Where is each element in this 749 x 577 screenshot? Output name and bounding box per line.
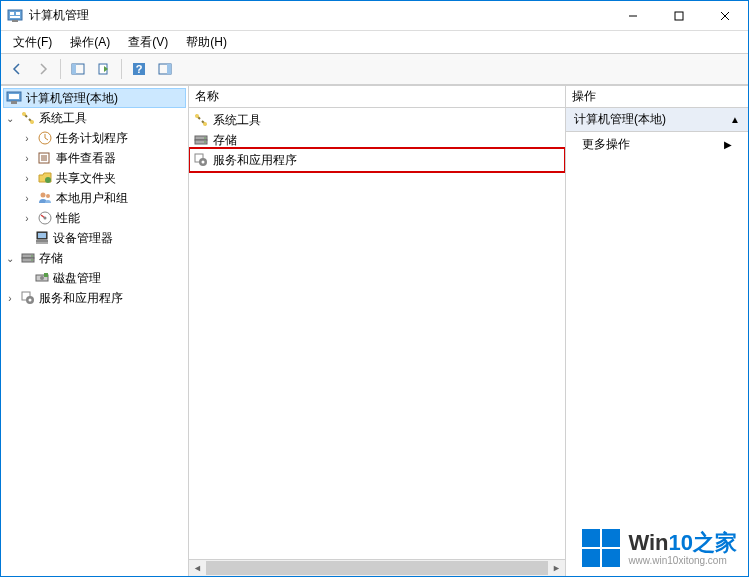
horizontal-scrollbar[interactable]: ◄ ► [189, 559, 565, 576]
tree-label: 磁盘管理 [53, 270, 101, 287]
tree-label: 服务和应用程序 [39, 290, 123, 307]
tree-local-users[interactable]: › 本地用户和组 [3, 188, 186, 208]
list-pane: 名称 系统工具 存储 服务和应用程序 ◄ ► [189, 86, 566, 576]
close-button[interactable] [702, 1, 748, 30]
svg-rect-1 [10, 12, 14, 15]
svg-rect-56 [582, 549, 600, 567]
collapse-icon: ▲ [730, 114, 740, 125]
watermark: Win10之家 www.win10xitong.com [580, 527, 737, 569]
svg-rect-55 [602, 529, 620, 547]
help-button[interactable]: ? [127, 57, 151, 81]
tree-disk-management[interactable]: 磁盘管理 [3, 268, 186, 288]
expand-icon[interactable]: › [20, 213, 34, 224]
back-button[interactable] [5, 57, 29, 81]
watermark-url: www.win10xitong.com [628, 555, 737, 567]
expand-icon[interactable]: › [20, 173, 34, 184]
list-item-system-tools[interactable]: 系统工具 [191, 110, 563, 130]
tools-icon [193, 112, 209, 128]
svg-rect-2 [16, 12, 20, 15]
minimize-button[interactable] [610, 1, 656, 30]
svg-text:?: ? [136, 63, 143, 75]
svg-point-44 [29, 299, 32, 302]
expand-icon[interactable]: › [20, 133, 34, 144]
svg-rect-15 [167, 64, 171, 74]
list-item-services-apps[interactable]: 服务和应用程序 [191, 150, 563, 170]
svg-rect-54 [582, 529, 600, 547]
menubar: 文件(F) 操作(A) 查看(V) 帮助(H) [1, 31, 748, 53]
windows-logo-icon [580, 527, 622, 569]
tree-label: 存储 [39, 250, 63, 267]
list-item-storage[interactable]: 存储 [191, 130, 563, 150]
menu-help[interactable]: 帮助(H) [178, 32, 235, 53]
svg-rect-34 [36, 242, 48, 244]
list-column-header[interactable]: 名称 [189, 86, 565, 108]
tree-task-scheduler[interactable]: › 任务计划程序 [3, 128, 186, 148]
toolbar-separator [121, 59, 122, 79]
maximize-button[interactable] [656, 1, 702, 30]
expand-icon[interactable]: › [20, 193, 34, 204]
services-icon [193, 152, 209, 168]
tree-performance[interactable]: › 性能 [3, 208, 186, 228]
tree-storage[interactable]: ⌄ 存储 [3, 248, 186, 268]
disk-icon [34, 270, 50, 286]
tree-label: 事件查看器 [56, 150, 116, 167]
svg-rect-4 [12, 20, 18, 22]
storage-icon [20, 250, 36, 266]
action-group-label: 计算机管理(本地) [574, 111, 666, 128]
shared-folder-icon [37, 170, 53, 186]
svg-point-40 [40, 276, 44, 280]
users-icon [37, 190, 53, 206]
action-group-header[interactable]: 计算机管理(本地) ▲ [566, 108, 748, 132]
collapse-icon[interactable]: ⌄ [3, 253, 17, 264]
tree-shared-folders[interactable]: › 共享文件夹 [3, 168, 186, 188]
menu-file[interactable]: 文件(F) [5, 32, 60, 53]
expand-icon[interactable]: › [20, 153, 34, 164]
tree-label: 设备管理器 [53, 230, 113, 247]
list-item-label: 系统工具 [213, 112, 261, 129]
device-icon [34, 230, 50, 246]
scroll-right-icon[interactable]: ► [548, 560, 565, 576]
menu-action[interactable]: 操作(A) [62, 32, 118, 53]
collapse-icon[interactable]: ⌄ [3, 113, 17, 124]
window-title: 计算机管理 [29, 7, 610, 24]
tree-pane: 计算机管理(本地) ⌄ 系统工具 › 任务计划程序 › 事件查看器 [1, 86, 189, 576]
export-button[interactable] [92, 57, 116, 81]
tree-root-label: 计算机管理(本地) [26, 90, 118, 107]
toolbar-separator [60, 59, 61, 79]
menu-view[interactable]: 查看(V) [120, 32, 176, 53]
performance-icon [37, 210, 53, 226]
column-name: 名称 [195, 88, 219, 105]
tree-root[interactable]: 计算机管理(本地) [3, 88, 186, 108]
scroll-thumb[interactable] [206, 561, 548, 575]
tree-services-apps[interactable]: › 服务和应用程序 [3, 288, 186, 308]
tree-system-tools[interactable]: ⌄ 系统工具 [3, 108, 186, 128]
tree-label: 共享文件夹 [56, 170, 116, 187]
svg-point-45 [195, 114, 199, 118]
scroll-left-icon[interactable]: ◄ [189, 560, 206, 576]
svg-point-50 [204, 141, 206, 143]
show-hide-action-pane-button[interactable] [153, 57, 177, 81]
list-item-label: 存储 [213, 132, 237, 149]
svg-point-19 [22, 112, 26, 116]
forward-button[interactable] [31, 57, 55, 81]
show-hide-tree-button[interactable] [66, 57, 90, 81]
svg-rect-17 [9, 94, 19, 99]
tree-event-viewer[interactable]: › 事件查看器 [3, 148, 186, 168]
svg-point-49 [204, 137, 206, 139]
tree-device-manager[interactable]: 设备管理器 [3, 228, 186, 248]
tree-label: 系统工具 [39, 110, 87, 127]
svg-point-38 [31, 259, 33, 261]
services-icon [20, 290, 36, 306]
app-icon [7, 8, 23, 24]
titlebar: 计算机管理 [1, 1, 748, 31]
svg-rect-32 [38, 233, 46, 238]
list-item-label: 服务和应用程序 [213, 152, 297, 169]
svg-rect-10 [72, 64, 76, 74]
svg-rect-41 [44, 273, 48, 277]
svg-point-20 [30, 120, 34, 124]
svg-rect-33 [36, 240, 48, 242]
svg-point-53 [202, 161, 205, 164]
action-more[interactable]: 更多操作 ▶ [566, 132, 748, 157]
svg-point-30 [44, 217, 47, 220]
expand-icon[interactable]: › [3, 293, 17, 304]
